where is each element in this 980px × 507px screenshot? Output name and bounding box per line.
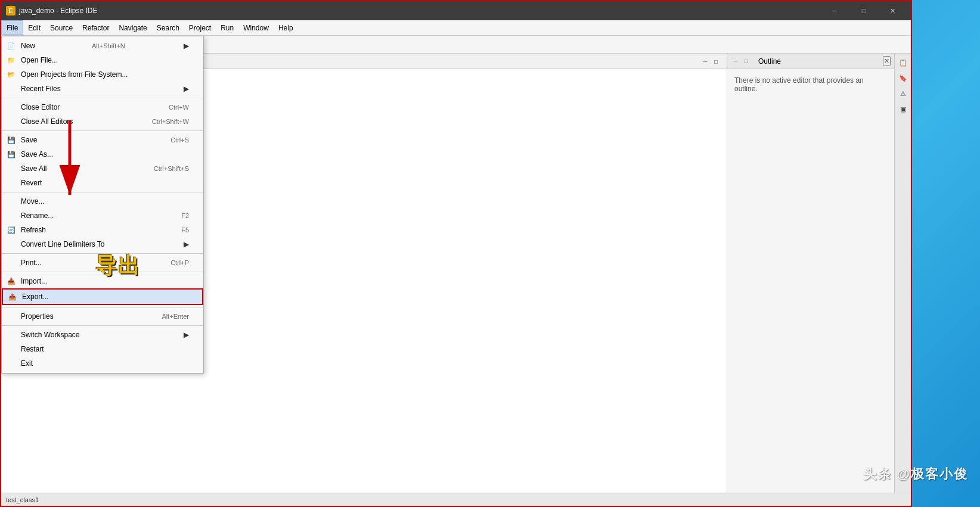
export-icon: 📤	[8, 292, 17, 301]
outline-content: There is no active editor that provides …	[727, 69, 894, 100]
outline-close-btn[interactable]: ✕	[883, 56, 891, 66]
import-icon: 📥	[7, 276, 16, 286]
refresh-icon: 🔄	[7, 225, 16, 235]
outline-panel: ─ □ Outline ✕ There is no active editor …	[727, 54, 894, 493]
menu-sep6	[2, 307, 203, 307]
right-sidebar: 📋 🔖 ⚠ ▣	[894, 54, 911, 493]
menu-revert[interactable]: Revert	[2, 176, 203, 190]
menu-sep5	[2, 272, 203, 272]
maximize-editor-btn[interactable]: □	[711, 57, 721, 66]
sidebar-bookmarks-btn[interactable]: 🔖	[897, 71, 910, 85]
menu-open-file[interactable]: 📁 Open File...	[2, 53, 203, 67]
menu-sep4	[2, 253, 203, 254]
window-controls: ─ □ ✕	[821, 1, 906, 20]
watermark: 头条 @极客小俊	[863, 465, 968, 483]
menu-save-all[interactable]: Save All Ctrl+Shift+S	[2, 161, 203, 176]
menu-item-file[interactable]: File	[1, 20, 23, 35]
window-title: java_demo - Eclipse IDE	[19, 7, 821, 15]
menu-close-all-editors[interactable]: Close All Editors Ctrl+Shift+W	[2, 114, 203, 129]
menu-rename[interactable]: Rename... F2	[2, 209, 203, 223]
menu-bar: File Edit Source Refactor Navigate Searc…	[1, 20, 911, 36]
outline-minimize-btn[interactable]: ─	[731, 57, 740, 66]
menu-item-help[interactable]: Help	[274, 20, 298, 35]
menu-close-editor[interactable]: Close Editor Ctrl+W	[2, 100, 203, 114]
outline-maximize-btn[interactable]: □	[742, 57, 751, 66]
sidebar-tasks-btn[interactable]: 📋	[897, 56, 910, 69]
title-bar: E java_demo - Eclipse IDE ─ □ ✕	[1, 1, 911, 20]
menu-sep3	[2, 192, 203, 192]
menu-restart[interactable]: Restart	[2, 342, 203, 356]
new-icon: 📄	[7, 41, 16, 51]
minimize-editor-btn[interactable]: ─	[700, 57, 710, 66]
close-button[interactable]: ✕	[879, 1, 906, 20]
save-as-icon: 💾	[7, 150, 16, 159]
menu-convert[interactable]: Convert Line Delimiters To ▶	[2, 237, 203, 251]
maximize-button[interactable]: □	[850, 1, 877, 20]
menu-open-projects[interactable]: 📂 Open Projects from File System...	[2, 67, 203, 82]
menu-item-window[interactable]: Window	[238, 20, 274, 35]
menu-refresh[interactable]: 🔄 Refresh F5	[2, 223, 203, 237]
open-projects-icon: 📂	[7, 70, 16, 79]
menu-item-edit[interactable]: Edit	[23, 20, 45, 35]
menu-import[interactable]: 📥 Import...	[2, 274, 203, 288]
menu-item-run[interactable]: Run	[216, 20, 238, 35]
sidebar-problems-btn[interactable]: ⚠	[897, 87, 910, 100]
menu-sep2	[2, 130, 203, 131]
status-text: test_class1	[6, 496, 39, 503]
outline-no-editor-msg: There is no active editor that provides …	[734, 76, 864, 93]
menu-sep7	[2, 325, 203, 326]
menu-switch-workspace[interactable]: Switch Workspace ▶	[2, 328, 203, 342]
file-dropdown-menu: 📄 New Alt+Shift+N ▶ 📁 Open File... 📂 Ope…	[1, 36, 204, 374]
status-bar: test_class1	[1, 493, 911, 506]
save-icon: 💾	[7, 135, 16, 145]
menu-exit[interactable]: Exit	[2, 356, 203, 371]
sidebar-console-btn[interactable]: ▣	[897, 102, 910, 116]
menu-item-search[interactable]: Search	[152, 20, 184, 35]
menu-save[interactable]: 💾 Save Ctrl+S	[2, 133, 203, 147]
menu-save-as[interactable]: 💾 Save As...	[2, 147, 203, 161]
file-dropdown: 📄 New Alt+Shift+N ▶ 📁 Open File... 📂 Ope…	[1, 36, 204, 374]
menu-properties[interactable]: Properties Alt+Enter	[2, 309, 203, 324]
outline-panel-title: Outline	[758, 57, 879, 66]
minimize-button[interactable]: ─	[821, 1, 849, 20]
app-icon: E	[6, 6, 15, 15]
menu-print[interactable]: Print... Ctrl+P	[2, 256, 203, 270]
outline-panel-controls: ─ □	[731, 57, 751, 66]
menu-item-source[interactable]: Source	[45, 20, 77, 35]
menu-recent-files[interactable]: Recent Files ▶	[2, 82, 203, 96]
outline-panel-titlebar: ─ □ Outline ✕	[727, 54, 894, 69]
eclipse-window: E java_demo - Eclipse IDE ─ □ ✕ File Edi…	[0, 0, 912, 507]
menu-sep1	[2, 98, 203, 98]
menu-item-navigate[interactable]: Navigate	[114, 20, 151, 35]
menu-new[interactable]: 📄 New Alt+Shift+N ▶	[2, 39, 203, 53]
menu-item-refactor[interactable]: Refactor	[77, 20, 114, 35]
menu-export[interactable]: 📤 Export...	[2, 288, 203, 305]
open-file-icon: 📁	[7, 55, 16, 65]
menu-item-project[interactable]: Project	[184, 20, 216, 35]
menu-move[interactable]: Move...	[2, 194, 203, 209]
